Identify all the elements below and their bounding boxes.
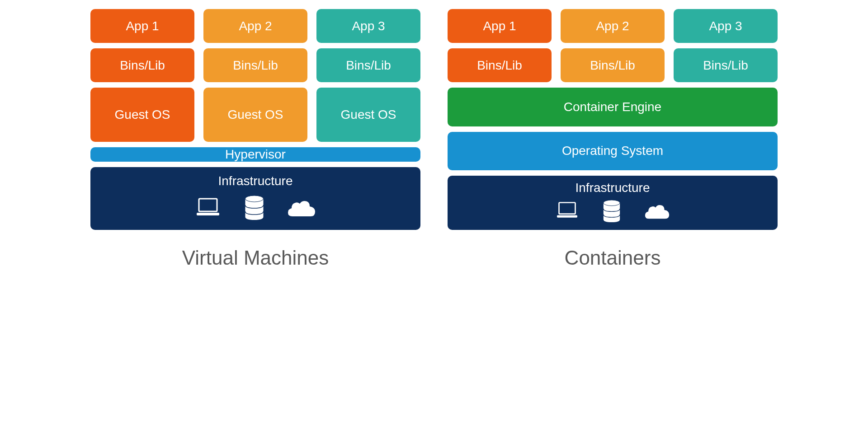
containers-infra-icons	[555, 200, 671, 225]
vm-bins-3: Bins/Lib	[316, 48, 420, 82]
cloud-icon	[644, 202, 671, 223]
vm-infra-icons	[194, 195, 316, 223]
svg-rect-4	[559, 203, 575, 214]
vm-title: Virtual Machines	[90, 247, 420, 269]
containers-title: Containers	[448, 247, 778, 269]
cloud-icon	[287, 197, 316, 221]
containers-engine: Container Engine	[448, 88, 778, 126]
laptop-icon	[194, 196, 222, 222]
containers-bins-row: Bins/Lib Bins/Lib Bins/Lib	[448, 48, 778, 82]
vm-bins-1: Bins/Lib	[90, 48, 194, 82]
containers-bins-1: Bins/Lib	[448, 48, 552, 82]
vm-hypervisor: Hypervisor	[90, 147, 420, 162]
vm-apps-row: App 1 App 2 App 3	[90, 9, 420, 43]
database-icon	[602, 200, 621, 225]
containers-infrastructure: Infrastructure	[448, 176, 778, 230]
vm-app-1: App 1	[90, 9, 194, 43]
vm-guestos-2: Guest OS	[203, 88, 307, 142]
vm-infra-label: Infrastructure	[218, 174, 293, 188]
vm-stack: App 1 App 2 App 3 Bins/Lib Bins/Lib Bins…	[90, 9, 420, 269]
containers-stack: App 1 App 2 App 3 Bins/Lib Bins/Lib Bins…	[448, 9, 778, 269]
containers-app-1: App 1	[448, 9, 552, 43]
containers-infra-label: Infrastructure	[576, 181, 650, 195]
svg-rect-0	[199, 199, 217, 211]
vm-bins-row: Bins/Lib Bins/Lib Bins/Lib	[90, 48, 420, 82]
containers-bins-3: Bins/Lib	[674, 48, 778, 82]
vm-infrastructure: Infrastructure	[90, 167, 420, 230]
svg-rect-5	[557, 215, 577, 217]
containers-app-3: App 3	[674, 9, 778, 43]
containers-app-2: App 2	[561, 9, 665, 43]
vm-bins-2: Bins/Lib	[203, 48, 307, 82]
containers-apps-row: App 1 App 2 App 3	[448, 9, 778, 43]
vm-guestos-3: Guest OS	[316, 88, 420, 142]
laptop-icon	[555, 201, 580, 224]
vm-app-3: App 3	[316, 9, 420, 43]
vm-guestos-1: Guest OS	[90, 88, 194, 142]
containers-os: Operating System	[448, 132, 778, 171]
svg-rect-1	[197, 213, 219, 215]
diagram-container: App 1 App 2 App 3 Bins/Lib Bins/Lib Bins…	[90, 9, 778, 269]
vm-guestos-row: Guest OS Guest OS Guest OS	[90, 88, 420, 142]
vm-app-2: App 2	[203, 9, 307, 43]
database-icon	[244, 195, 264, 223]
containers-bins-2: Bins/Lib	[561, 48, 665, 82]
